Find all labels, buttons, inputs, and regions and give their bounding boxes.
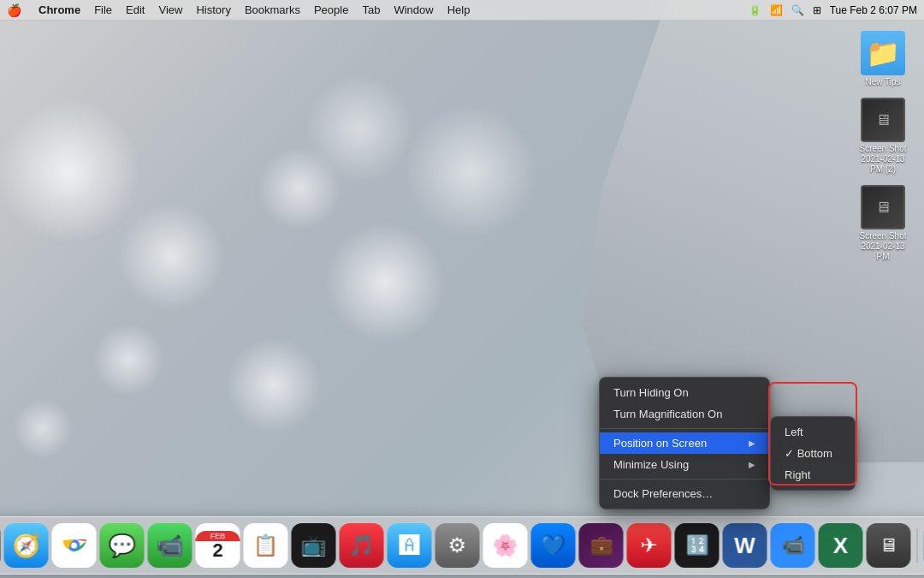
dock-icon-calculator[interactable]: 🔢 [675,523,720,568]
context-menu: Turn Hiding On Turn Magnification On Pos… [599,377,770,509]
apple-menu-icon[interactable]: 🍎 [7,3,21,17]
submenu-item-right[interactable]: Right [771,464,855,486]
dock-icon-launchpad[interactable]: ⊞ [0,523,1,568]
desktop-icon-new-tips[interactable]: 📁 New Tips [852,27,914,91]
submenu-container: Left Bottom Right [770,377,856,491]
dock-icon-photos[interactable]: 🌸 [483,523,528,568]
screenshot2-label: Screen Shot 2021-02-13 PM [856,231,910,262]
dock-icon-airmail[interactable]: ✈ [627,523,672,568]
screenshot2-inner: 🖥 [862,187,903,228]
dock-icon-facetime[interactable]: 📹 [148,523,192,568]
menubar-search-icon[interactable]: 🔍 [791,4,804,16]
dock-separator [917,528,918,563]
menubar-bookmarks[interactable]: Bookmarks [245,3,300,16]
menubar-controlcenter-icon[interactable]: ⊞ [813,4,821,16]
menubar-time: Tue Feb 2 6:07 PM [830,4,917,16]
chrome-icon [59,530,90,561]
menubar-view[interactable]: View [158,3,182,16]
menubar-wifi-icon: 📶 [770,4,783,16]
dock-icon-reminders[interactable]: 📋 [244,523,288,568]
dock-icon-messenger[interactable]: 💙 [531,523,576,568]
desktop-icons: 📁 New Tips 🖥 Screen Shot 2021-02-13 PM (… [852,27,914,265]
menubar: 🍎 Chrome File Edit View History Bookmark… [0,0,924,21]
dock-icon-excel[interactable]: X [819,523,863,568]
submenu-item-bottom[interactable]: Bottom [771,443,855,464]
menubar-help[interactable]: Help [447,3,471,16]
desktop-icon-screenshot2[interactable]: 🖥 Screen Shot 2021-02-13 PM [852,182,914,265]
menubar-history[interactable]: History [196,3,230,16]
menubar-file[interactable]: File [94,3,112,16]
position-arrow-icon: ▶ [749,438,755,448]
context-menu-wrapper: Turn Hiding On Turn Magnification On Pos… [599,377,856,509]
dock-icon-system-prefs[interactable]: ⚙ [435,523,480,568]
minimize-arrow-icon: ▶ [749,460,755,469]
menubar-left: 🍎 Chrome File Edit View History Bookmark… [7,3,470,17]
menubar-edit[interactable]: Edit [126,3,145,16]
menu-item-turn-magnification-on[interactable]: Turn Magnification On [600,403,769,425]
dock-icon-slack[interactable]: 💼 [579,523,624,568]
menu-item-turn-hiding-on[interactable]: Turn Hiding On [600,382,769,403]
menu-item-position-on-screen[interactable]: Position on Screen ▶ [600,432,769,454]
screenshot2-thumb: 🖥 [861,185,905,229]
menu-divider-2 [600,479,769,480]
dock-icon-music[interactable]: 🎵 [340,523,384,568]
dock: ⊞ 🧭 💬 📹 FEB 2 📋 📺 [0,516,924,575]
dock-icon-safari[interactable]: 🧭 [4,523,49,568]
menubar-people[interactable]: People [314,3,348,16]
svg-point-8 [71,543,77,549]
screenshot1-thumb: 🖥 [861,98,905,142]
screenshot1-label: Screen Shot 2021-02-13 PM (2) [856,144,910,175]
folder-icon: 📁 [861,31,905,75]
screenshot1-inner: 🖥 [862,99,903,140]
menubar-app-name[interactable]: Chrome [38,3,80,16]
desktop-icon-screenshot1[interactable]: 🖥 Screen Shot 2021-02-13 PM (2) [852,94,914,178]
menu-item-minimize-using[interactable]: Minimize Using ▶ [600,454,769,475]
new-tips-label: New Tips [865,77,900,87]
dock-icon-chrome[interactable] [52,523,97,568]
dock-icon-calendar[interactable]: FEB 2 [196,523,240,568]
dock-icon-word[interactable]: W [723,523,767,568]
menubar-battery-icon: 🔋 [749,4,761,16]
menubar-right: 🔋 📶 🔍 ⊞ Tue Feb 2 6:07 PM [749,4,917,16]
dock-icon-tv[interactable]: 📺 [292,523,336,568]
dock-icon-zoom[interactable]: 📹 [771,523,815,568]
menu-divider-1 [600,428,769,429]
submenu: Left Bottom Right [770,416,856,491]
dock-icon-messages[interactable]: 💬 [100,523,145,568]
submenu-item-left[interactable]: Left [771,421,855,443]
menubar-tab[interactable]: Tab [362,3,380,16]
menu-item-dock-preferences[interactable]: Dock Preferences… [600,483,769,504]
dock-icon-appstore[interactable]: 🅰 [388,523,432,568]
dock-icon-screenshare[interactable]: 🖥 [867,523,911,568]
menubar-window[interactable]: Window [394,3,433,16]
